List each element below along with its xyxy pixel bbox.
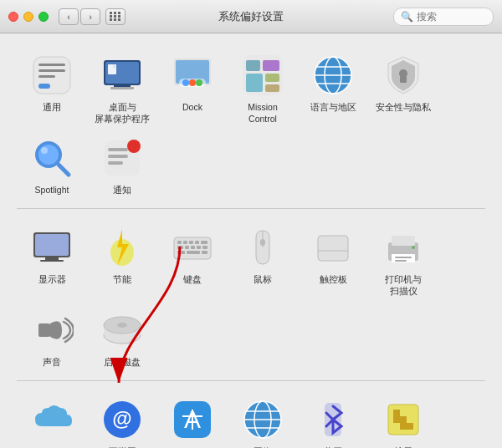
pref-item-extensions[interactable]: 扩展 bbox=[368, 391, 438, 448]
svg-rect-8 bbox=[110, 87, 134, 89]
svg-point-33 bbox=[41, 147, 48, 154]
minimize-button[interactable] bbox=[23, 12, 33, 22]
search-input[interactable] bbox=[417, 11, 486, 23]
pref-icon-energy bbox=[99, 224, 146, 271]
pref-item-keyboard[interactable]: 键盘 bbox=[157, 219, 228, 302]
grid-view-button[interactable] bbox=[105, 8, 126, 25]
pref-icon-mouse bbox=[239, 224, 286, 271]
search-box[interactable]: 🔍 bbox=[393, 8, 494, 26]
pref-icon-sound bbox=[28, 307, 75, 354]
pref-item-dock[interactable]: Dock bbox=[157, 47, 228, 130]
pref-item-mission[interactable]: Mission Control bbox=[228, 47, 298, 130]
pref-label-mission: Mission Control bbox=[248, 102, 278, 125]
svg-rect-51 bbox=[177, 246, 183, 249]
pref-item-notifications[interactable]: 通知 bbox=[87, 130, 157, 201]
pref-icon-icloud bbox=[28, 396, 75, 443]
svg-rect-52 bbox=[185, 246, 189, 249]
pref-icon-trackpad bbox=[310, 224, 356, 271]
pref-item-general[interactable]: 通用 bbox=[17, 47, 87, 130]
icon-grid-internet: iCloud @ 互联网 帐户 bbox=[17, 391, 485, 448]
icon-grid-hardware: 显示器 节能 bbox=[17, 219, 485, 374]
svg-text:@: @ bbox=[112, 407, 131, 430]
svg-rect-36 bbox=[108, 148, 128, 151]
maximize-button[interactable] bbox=[38, 12, 49, 22]
svg-rect-37 bbox=[108, 155, 128, 158]
forward-button[interactable]: › bbox=[80, 8, 100, 25]
window: ‹ › 系统偏好设置 🔍 bbox=[0, 0, 502, 448]
svg-rect-46 bbox=[177, 241, 182, 244]
pref-icon-appstore: A bbox=[169, 396, 216, 443]
pref-label-spotlight: Spotlight bbox=[35, 185, 69, 196]
pref-label-trackpad: 触控板 bbox=[320, 274, 347, 286]
back-button[interactable]: ‹ bbox=[59, 8, 79, 25]
pref-label-startup: 启动磁盘 bbox=[104, 357, 141, 369]
pref-icon-mission bbox=[239, 52, 286, 99]
svg-point-31 bbox=[38, 145, 59, 165]
svg-rect-64 bbox=[392, 236, 415, 246]
svg-rect-40 bbox=[35, 234, 69, 256]
pref-item-display[interactable]: 显示器 bbox=[17, 219, 87, 302]
traffic-lights bbox=[8, 12, 49, 22]
svg-rect-1 bbox=[38, 64, 65, 66]
pref-icon-keyboard bbox=[169, 224, 216, 271]
svg-rect-29 bbox=[400, 76, 407, 83]
pref-item-energy[interactable]: 节能 bbox=[87, 219, 157, 302]
pref-icon-network bbox=[239, 396, 286, 443]
svg-point-13 bbox=[182, 79, 189, 86]
close-button[interactable] bbox=[8, 12, 18, 22]
pref-item-trackpad[interactable]: 触控板 bbox=[298, 219, 368, 302]
svg-rect-55 bbox=[202, 246, 207, 249]
svg-point-35 bbox=[127, 140, 141, 153]
pref-item-appstore[interactable]: A App Store bbox=[157, 391, 228, 448]
pref-item-network[interactable]: 网络 bbox=[228, 391, 298, 448]
svg-rect-18 bbox=[263, 60, 279, 71]
svg-point-73 bbox=[117, 323, 127, 328]
pref-label-desktop: 桌面与 屏幕保护程序 bbox=[95, 102, 150, 125]
pref-item-printer[interactable]: 打印机与 扫描仪 bbox=[368, 219, 438, 302]
pref-label-sound: 声音 bbox=[43, 357, 61, 369]
svg-rect-47 bbox=[183, 241, 187, 244]
pref-icon-notifications bbox=[99, 135, 146, 181]
svg-rect-67 bbox=[395, 260, 407, 262]
pref-icon-dock bbox=[169, 52, 216, 99]
search-icon: 🔍 bbox=[401, 11, 413, 23]
svg-rect-20 bbox=[265, 74, 279, 82]
divider-1 bbox=[17, 208, 485, 209]
pref-label-display: 显示器 bbox=[38, 274, 66, 286]
pref-label-mouse: 鼠标 bbox=[254, 274, 272, 286]
svg-rect-21 bbox=[265, 84, 279, 92]
pref-item-startup[interactable]: 启动磁盘 bbox=[87, 302, 157, 374]
svg-rect-48 bbox=[189, 241, 193, 244]
icon-grid-personal: 通用 桌面与 屏幕 bbox=[17, 47, 485, 201]
pref-item-desktop[interactable]: 桌面与 屏幕保护程序 bbox=[87, 47, 157, 130]
svg-rect-19 bbox=[246, 74, 263, 92]
svg-rect-4 bbox=[38, 84, 50, 89]
svg-rect-49 bbox=[195, 241, 199, 244]
pref-icon-general bbox=[28, 52, 75, 99]
svg-rect-69 bbox=[38, 323, 50, 337]
pref-item-spotlight[interactable]: Spotlight bbox=[17, 130, 87, 201]
svg-rect-3 bbox=[38, 75, 55, 78]
pref-icon-startup bbox=[99, 307, 146, 354]
pref-item-mouse[interactable]: 鼠标 bbox=[228, 219, 298, 302]
pref-icon-security bbox=[380, 52, 427, 99]
pref-label-security: 安全性与隐私 bbox=[376, 102, 431, 114]
svg-rect-60 bbox=[260, 239, 265, 246]
svg-rect-58 bbox=[202, 251, 207, 254]
pref-item-security[interactable]: 安全性与隐私 bbox=[368, 47, 438, 130]
svg-rect-53 bbox=[191, 246, 195, 249]
svg-line-32 bbox=[59, 165, 69, 175]
section-personal: 通用 桌面与 屏幕 bbox=[17, 47, 485, 201]
svg-point-68 bbox=[412, 246, 415, 249]
svg-rect-66 bbox=[395, 257, 412, 258]
pref-item-bluetooth[interactable]: 蓝牙 bbox=[298, 391, 368, 448]
main-content: 通用 桌面与 屏幕 bbox=[0, 33, 502, 448]
pref-item-internet[interactable]: @ 互联网 帐户 bbox=[87, 391, 157, 448]
svg-rect-7 bbox=[114, 84, 131, 87]
svg-rect-41 bbox=[45, 257, 59, 260]
pref-item-sound[interactable]: 声音 bbox=[17, 302, 87, 374]
svg-rect-42 bbox=[40, 260, 64, 262]
pref-item-icloud[interactable]: iCloud bbox=[17, 391, 87, 448]
pref-item-language[interactable]: 语言与地区 bbox=[298, 47, 368, 130]
pref-icon-bluetooth bbox=[310, 396, 356, 443]
